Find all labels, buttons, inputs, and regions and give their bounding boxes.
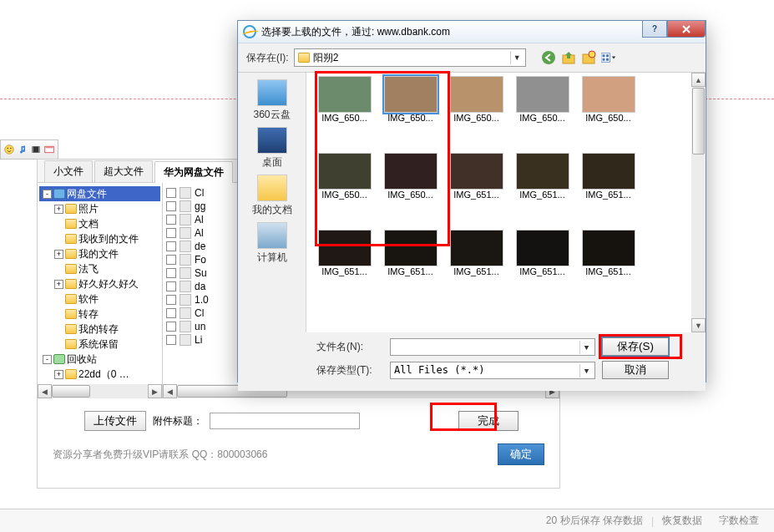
- thumbnail-item[interactable]: IMG_650...: [379, 76, 442, 123]
- checkbox[interactable]: [166, 335, 176, 345]
- tab-huawei-wangpan[interactable]: 华为网盘文件: [154, 161, 233, 183]
- place-desktop[interactable]: 桌面: [238, 125, 306, 171]
- tree-node[interactable]: 软件: [39, 291, 160, 307]
- checkbox[interactable]: [166, 201, 176, 211]
- tree-node[interactable]: 我的转存: [39, 322, 160, 337]
- thumbnail-item[interactable]: IMG_651...: [511, 153, 574, 200]
- tab-small-file[interactable]: 小文件: [44, 160, 93, 182]
- scroll-left-icon[interactable]: ◀: [163, 384, 177, 398]
- save-button[interactable]: 保存(S): [602, 337, 669, 356]
- checkbox[interactable]: [166, 188, 176, 198]
- thumbnail-item[interactable]: IMG_650...: [445, 76, 508, 123]
- dropdown-arrow-icon[interactable]: ▼: [579, 341, 593, 354]
- place-mydocs[interactable]: 我的文档: [238, 173, 306, 219]
- dropdown-arrow-icon[interactable]: ▼: [510, 51, 524, 64]
- toggle-icon[interactable]: +: [54, 370, 63, 379]
- thumbnail-item[interactable]: IMG_650...: [313, 153, 376, 200]
- look-in-combo[interactable]: 阳朔2 ▼: [294, 48, 526, 67]
- dropdown-arrow-icon[interactable]: ▼: [579, 364, 593, 377]
- scroll-up-icon[interactable]: ▲: [691, 73, 706, 87]
- checkbox[interactable]: [166, 241, 176, 251]
- attach-title-input[interactable]: [210, 413, 360, 429]
- upload-button[interactable]: 上传文件: [84, 411, 146, 431]
- cancel-button[interactable]: 取消: [602, 361, 669, 379]
- toggle-icon[interactable]: +: [54, 205, 63, 214]
- tree-node[interactable]: 系统保留: [39, 337, 160, 352]
- tree-node[interactable]: 法飞: [39, 261, 160, 276]
- tree-node[interactable]: 转存: [39, 307, 160, 322]
- tree-label: 好久好久好久: [78, 277, 139, 291]
- new-folder-icon[interactable]: [581, 50, 596, 65]
- thumbnail-item[interactable]: IMG_651...: [313, 230, 376, 276]
- checkbox[interactable]: [166, 308, 176, 318]
- thumbnail-item[interactable]: IMG_650...: [577, 76, 640, 123]
- checkbox[interactable]: [166, 268, 176, 278]
- thumbnail-image: [318, 230, 372, 266]
- thumbnail-name: IMG_650...: [519, 113, 564, 123]
- help-button[interactable]: ?: [642, 21, 667, 38]
- up-icon[interactable]: [561, 50, 576, 65]
- view-menu-icon[interactable]: [601, 50, 616, 65]
- scroll-right-icon[interactable]: ▶: [148, 384, 162, 398]
- thumbnail-item[interactable]: IMG_650...: [511, 76, 574, 123]
- place-360[interactable]: 360云盘: [238, 78, 306, 124]
- tree-node[interactable]: +22dd（0 …: [39, 367, 160, 382]
- close-button[interactable]: [667, 21, 706, 38]
- tree-node[interactable]: +好久好久好久: [39, 276, 160, 291]
- toggle-icon[interactable]: +: [54, 250, 63, 259]
- scroll-left-icon[interactable]: ◀: [38, 384, 52, 398]
- checkbox[interactable]: [166, 322, 176, 332]
- thumbnail-name: IMG_650...: [321, 113, 367, 123]
- tree-node[interactable]: +照片: [39, 201, 160, 216]
- thumbnail-item[interactable]: IMG_650...: [313, 76, 376, 123]
- thumbnail-item[interactable]: IMG_650...: [379, 153, 442, 200]
- status-autosave[interactable]: 20 秒后保存 保存数据: [546, 514, 643, 528]
- thumbnail-item[interactable]: IMG_651...: [511, 230, 574, 276]
- checkbox[interactable]: [166, 255, 176, 265]
- checkbox[interactable]: [166, 295, 176, 305]
- toggle-icon[interactable]: -: [43, 190, 52, 199]
- dialog-vscroll[interactable]: ▲ ▼: [691, 73, 706, 332]
- scroll-thumb[interactable]: [52, 385, 90, 398]
- thumbnail-pane[interactable]: IMG_650...IMG_650...IMG_650...IMG_650...…: [306, 73, 706, 332]
- checkbox[interactable]: [166, 228, 176, 238]
- music-icon[interactable]: [18, 143, 28, 156]
- back-icon[interactable]: [541, 50, 556, 65]
- scroll-down-icon[interactable]: ▼: [691, 318, 706, 332]
- tree-label: 22dd（0 …: [78, 367, 129, 382]
- thumbnail-image: [516, 153, 569, 190]
- toggle-icon[interactable]: +: [54, 280, 63, 289]
- filename-combo[interactable]: ▼: [390, 338, 595, 356]
- tab-large-file[interactable]: 超大文件: [94, 160, 153, 182]
- checkbox[interactable]: [166, 281, 176, 291]
- filetype-combo[interactable]: All Files (*.*)▼: [390, 362, 595, 379]
- smiley-icon[interactable]: [4, 143, 14, 156]
- thumbnail-image: [318, 76, 372, 113]
- toggle-icon[interactable]: -: [43, 355, 52, 364]
- thumbnail-item[interactable]: IMG_651...: [577, 153, 640, 200]
- vip-text: 资源分享者免费升级VIP请联系 QQ：800003066: [53, 448, 267, 462]
- tree-node[interactable]: -网盘文件: [39, 186, 160, 201]
- thumbnail-item[interactable]: IMG_651...: [445, 230, 508, 276]
- file-icon: [180, 254, 191, 266]
- tree-node[interactable]: -回收站: [39, 352, 160, 367]
- tree-label: 文档: [78, 217, 99, 231]
- tree-hscroll[interactable]: ◀ ▶: [38, 384, 162, 398]
- dropdown-icon[interactable]: [44, 143, 54, 156]
- dialog-titlebar[interactable]: 选择要上载的文件，通过: www.dbank.com ?: [238, 20, 706, 43]
- confirm-button[interactable]: 确定: [498, 443, 544, 465]
- finish-button[interactable]: 完成: [458, 411, 519, 431]
- thumbnail-item[interactable]: IMG_651...: [445, 153, 508, 200]
- tree-node[interactable]: 我收到的文件: [39, 231, 160, 246]
- thumbnail-item[interactable]: IMG_651...: [379, 230, 442, 276]
- thumbnail-item[interactable]: IMG_651...: [577, 230, 640, 276]
- status-restore[interactable]: 恢复数据: [662, 514, 702, 528]
- film-icon[interactable]: [31, 143, 41, 156]
- place-computer[interactable]: 计算机: [238, 220, 306, 266]
- tree-node[interactable]: 文档: [39, 216, 160, 231]
- status-wordcheck[interactable]: 字数检查: [719, 514, 759, 528]
- tree-node[interactable]: +我的文件: [39, 246, 160, 261]
- checkbox[interactable]: [166, 215, 176, 225]
- scroll-thumb[interactable]: [692, 88, 705, 155]
- tree-label: 网盘文件: [67, 187, 107, 201]
